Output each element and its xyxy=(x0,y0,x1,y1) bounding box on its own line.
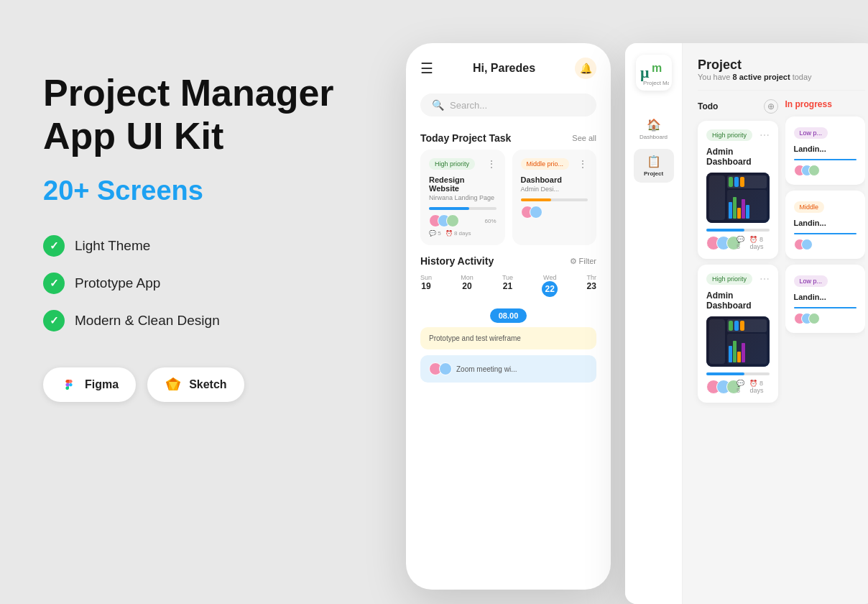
figma-icon xyxy=(60,376,78,393)
svg-text:μ: μ xyxy=(640,63,650,81)
divider xyxy=(698,90,865,91)
card-footer: 💬 5 ⏰ 8 days xyxy=(706,380,770,394)
project-icon: 📋 xyxy=(647,155,661,168)
kanban-col-inprogress: In progress Low p... Landin... Middle xyxy=(785,99,866,408)
search-placeholder: Search... xyxy=(450,100,487,111)
day-label: Mon xyxy=(461,274,474,281)
progress-bar xyxy=(429,207,469,210)
bell-icon[interactable]: 🔔 xyxy=(575,58,596,79)
project-count: 8 active project xyxy=(733,73,790,81)
avatar xyxy=(808,313,820,324)
task-time-meta: 💬 5 ⏰ 8 days xyxy=(429,230,497,237)
card-meta: 💬 5 ⏰ 8 days xyxy=(737,236,770,250)
days-count: ⏰ 8 days xyxy=(749,380,769,394)
sidebar-label-dashboard: Dashboard xyxy=(640,134,668,140)
card-divider xyxy=(794,307,857,308)
card-meta: 💬 5 ⏰ 8 days xyxy=(737,380,770,394)
sidebar-item-project[interactable]: 📋 Project xyxy=(634,149,674,183)
more-options-icon[interactable]: ⋯ xyxy=(760,129,770,141)
tool-buttons: Figma Sketch xyxy=(43,367,395,402)
card-avatars xyxy=(794,165,857,176)
card-name: Admin Dashboard xyxy=(706,290,770,311)
history-section: History Activity ⚙ Filter Sun 19 Mon 20 … xyxy=(406,245,611,383)
hamburger-icon[interactable]: ☰ xyxy=(420,60,433,77)
project-title: Project xyxy=(698,58,865,73)
history-events: 08.00 Prototype and test wireframe Zoom … xyxy=(420,306,596,383)
task-section-header: Today Project Task See all xyxy=(406,124,611,150)
task-footer xyxy=(521,206,588,219)
day-label: Wed xyxy=(542,274,558,281)
col-title-todo: Todo xyxy=(698,101,718,111)
event-card-1: Prototype and test wireframe xyxy=(420,327,596,349)
avatar xyxy=(446,214,459,227)
more-options-icon[interactable]: ⋮ xyxy=(486,158,497,170)
task-subtitle: Admin Desi... xyxy=(521,186,588,193)
desktop-logo: μ m Project Manag... xyxy=(636,55,672,91)
event-card-2: Zoom meeting wi... xyxy=(420,355,596,383)
subtitle-post: today xyxy=(790,73,812,81)
card-divider xyxy=(794,159,857,160)
check-icon xyxy=(43,235,65,257)
card-name: Admin Dashboard xyxy=(706,147,770,167)
filter-button[interactable]: ⚙ Filter xyxy=(570,257,597,266)
svg-marker-2 xyxy=(166,382,169,390)
desktop-main: Project You have 8 active project today … xyxy=(686,43,868,604)
task-card-2: Middle prio... ⋮ Dashboard Admin Desi... xyxy=(512,150,597,245)
task-percent: 60% xyxy=(484,218,496,224)
check-icon xyxy=(43,273,65,294)
card-name: Landin... xyxy=(794,145,857,153)
svg-text:Project Manag...: Project Manag... xyxy=(643,80,669,86)
task-cards: High priority ⋮ Redesign Website Nirwana… xyxy=(406,150,611,245)
card-image xyxy=(706,173,770,223)
left-panel: Project ManagerApp UI Kit 20+ Screens Li… xyxy=(43,72,395,402)
cal-day-wed-active[interactable]: Wed 22 xyxy=(542,274,558,297)
logo-svg: μ m Project Manag... xyxy=(639,58,669,88)
progress-bar-container xyxy=(521,198,588,201)
card-priority-badge: High priority xyxy=(706,273,752,285)
phone-header: ☰ Hi, Paredes 🔔 xyxy=(406,43,611,86)
day-count: ⏰ 8 days xyxy=(445,230,471,237)
more-options-icon[interactable]: ⋮ xyxy=(578,158,588,170)
search-bar[interactable]: 🔍 Search... xyxy=(420,93,596,116)
search-icon: 🔍 xyxy=(432,99,444,111)
feature-item: Prototype App xyxy=(43,273,395,294)
event-avatars xyxy=(429,362,452,375)
comment-count: 💬 5 xyxy=(737,236,745,250)
card-avatars xyxy=(706,236,737,250)
avatar xyxy=(808,165,820,176)
task-card-1: High priority ⋮ Redesign Website Nirwana… xyxy=(420,150,505,245)
desktop-panel: μ m Project Manag... 🏠 Dashboard 📋 Proje… xyxy=(625,43,868,604)
day-num: 21 xyxy=(502,281,513,291)
kanban-card-2: High priority ⋯ Admin Dashboard xyxy=(698,265,778,403)
card-image xyxy=(706,316,770,367)
sketch-button[interactable]: Sketch xyxy=(147,367,244,402)
card-avatars xyxy=(794,313,857,324)
svg-marker-3 xyxy=(177,382,180,390)
card-priority-badge: Low p... xyxy=(794,127,828,139)
card-priority-badge: High priority xyxy=(706,129,752,141)
cal-day-mon: Mon 20 xyxy=(461,274,474,297)
calendar-row: Sun 19 Mon 20 Tue 21 Wed 22 Thr 23 xyxy=(420,274,596,297)
progress-bar xyxy=(521,198,551,201)
see-all-link[interactable]: See all xyxy=(572,134,596,142)
card-priority-badge: Low p... xyxy=(794,275,828,287)
sidebar-item-dashboard[interactable]: 🏠 Dashboard xyxy=(634,112,674,146)
feature-list: Light Theme Prototype App Modern & Clean… xyxy=(43,235,395,331)
cal-day-sun: Sun 19 xyxy=(420,274,432,297)
home-icon: 🏠 xyxy=(647,118,661,132)
feature-label: Modern & Clean Design xyxy=(75,313,220,329)
sidebar-label-project: Project xyxy=(644,170,663,177)
more-options-icon[interactable]: ⋯ xyxy=(760,273,770,285)
event-text: Prototype and test wireframe xyxy=(429,334,521,342)
time-badge: 08.00 xyxy=(490,308,527,323)
add-todo-button[interactable]: ⊕ xyxy=(764,99,778,114)
kanban-card-inprogress-3: Low p... Landin... xyxy=(785,265,866,333)
task-avatars xyxy=(521,206,538,219)
figma-button[interactable]: Figma xyxy=(43,367,136,402)
day-label: Sun xyxy=(420,274,432,281)
kanban-row: Todo ⊕ High priority ⋯ Admin Dashboard xyxy=(698,99,865,408)
card-priority-badge: Middle xyxy=(794,201,825,213)
card-name: Landin... xyxy=(794,219,857,227)
priority-badge: High priority xyxy=(429,158,475,170)
col-title-inprogress: In progress xyxy=(785,99,832,109)
